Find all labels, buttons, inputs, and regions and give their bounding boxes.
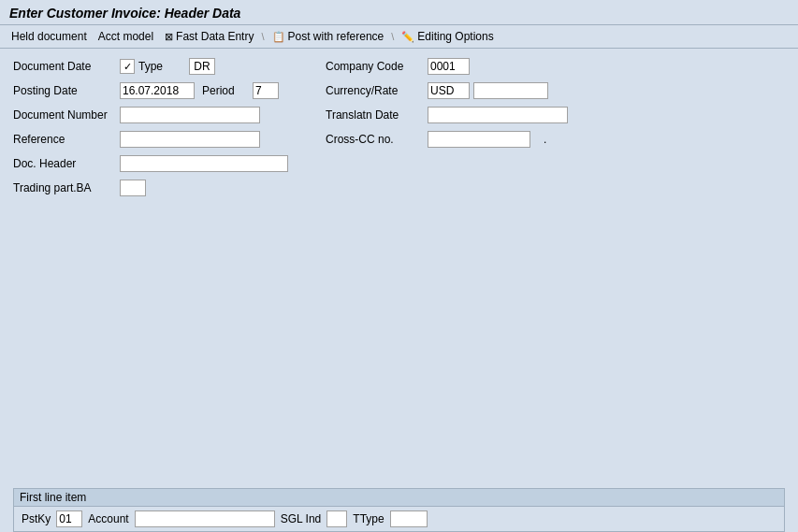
acct-model-label: Acct model [98,30,153,43]
posting-date-label: Posting Date [13,84,116,97]
currency-rate-row: Currency/Rate [326,80,568,101]
trading-part-row: Trading part.BA [13,178,288,198]
toolbar-editing-options[interactable]: ✏️ Editing Options [396,28,499,45]
translatn-date-row: Translatn Date [326,105,568,125]
post-reference-label: Post with reference [288,30,384,43]
bottom-section-header: First line item [14,489,784,507]
company-code-input[interactable] [428,58,470,75]
document-number-input[interactable] [120,107,260,123]
cross-cc-row: Cross-CC no. . [326,129,568,150]
document-number-row: Document Number [13,105,288,125]
company-code-label: Company Code [326,60,424,73]
document-date-checkbox[interactable]: ✓ [120,59,135,74]
trading-part-input[interactable] [120,180,146,196]
period-label: Period [202,84,249,97]
doc-header-label: Doc. Header [13,157,116,170]
currency-rate-label: Currency/Rate [326,84,424,97]
pstky-input[interactable] [56,510,82,527]
sgl-ind-input[interactable] [326,510,347,527]
form-right: Company Code Currency/Rate Translatn Dat… [326,56,568,198]
period-input[interactable] [253,82,279,99]
toolbar-sep-2: \ [391,31,394,42]
main-window: Enter Customer Invoice: Header Data Held… [0,0,798,532]
type-label: Type [138,60,185,73]
fast-data-entry-icon: ⊠ [165,31,173,43]
company-code-row: Company Code [326,56,568,77]
toolbar: Held document Acct model ⊠ Fast Data Ent… [0,25,798,49]
fast-data-entry-label: Fast Data Entry [176,30,254,43]
translatn-date-input[interactable] [428,107,568,123]
held-document-label: Held document [11,30,87,43]
account-label: Account [88,512,128,525]
title-bar: Enter Customer Invoice: Header Data [0,0,798,25]
toolbar-fast-data-entry[interactable]: ⊠ Fast Data Entry [159,28,259,45]
toolbar-post-with-reference[interactable]: 📋 Post with reference [267,28,390,45]
bottom-form-row: PstKy Account SGL Ind TType [14,507,784,531]
currency-input[interactable] [428,82,470,99]
rate-input[interactable] [473,82,548,99]
reference-row: Reference [13,129,288,150]
sgl-ind-label: SGL Ind [281,512,322,525]
ttype-input[interactable] [390,510,428,527]
reference-input[interactable] [120,131,260,148]
content-area: Document Date ✓ Type Posting Date Period [0,49,798,532]
pstky-label: PstKy [22,512,51,525]
page-title: Enter Customer Invoice: Header Data [9,6,789,21]
toolbar-acct-model[interactable]: Acct model [93,28,159,45]
type-input[interactable] [189,58,215,75]
dot-marker: . [544,133,546,146]
posting-date-input[interactable] [120,82,195,99]
editing-options-icon: ✏️ [401,31,414,43]
toolbar-sep-1: \ [261,31,264,42]
doc-header-row: Doc. Header [13,153,288,174]
editing-options-label: Editing Options [417,30,493,43]
posting-date-row: Posting Date Period [13,80,288,101]
post-reference-icon: 📋 [272,31,285,43]
toolbar-held-document[interactable]: Held document [6,28,93,45]
document-number-label: Document Number [13,108,116,122]
document-date-label: Document Date [13,60,116,73]
cross-cc-label: Cross-CC no. [326,133,424,146]
ttype-label: TType [353,512,384,525]
form-area: Document Date ✓ Type Posting Date Period [13,56,785,198]
trading-part-label: Trading part.BA [13,181,116,194]
document-date-row: Document Date ✓ Type [13,56,288,77]
form-left: Document Date ✓ Type Posting Date Period [13,56,288,198]
translatn-date-label: Translatn Date [326,108,424,122]
first-line-item-section: First line item PstKy Account SGL Ind TT… [13,488,785,532]
cross-cc-input[interactable] [428,131,530,148]
account-input[interactable] [135,510,275,527]
reference-label: Reference [13,133,116,146]
doc-header-input[interactable] [120,155,288,172]
